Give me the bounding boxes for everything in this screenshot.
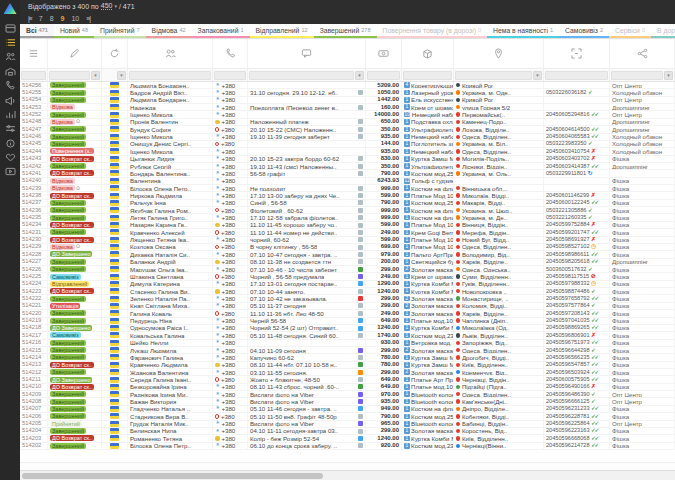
- filter-source[interactable]: ▼: [610, 69, 675, 81]
- table-row[interactable]: 514237ЗавершенийРальчук Інна*+380Синій ,…: [20, 200, 675, 207]
- table-row[interactable]: 514224ВідправленийДимула Катерина*+38017…: [20, 281, 675, 288]
- table-row[interactable]: 514212ЗавершенийЖданова Валентина*+38003…: [20, 369, 675, 376]
- table-row[interactable]: 514236ЗавершенийЯкубчак Галина Ром..+380…: [20, 207, 675, 214]
- table-row[interactable]: 514245ЗавершенийОнищук Денис Сергі..+380…: [20, 141, 675, 148]
- table-row[interactable]: 514219ЗавершенийПедурець Ніна*+380Черній…: [20, 318, 675, 325]
- table-row[interactable]: 514210ДО Возврат ск..Безкоровайна Ірина*…: [20, 384, 675, 391]
- column-source[interactable]: [610, 39, 675, 68]
- table-row[interactable]: 514253ВідмоваНадежда*+380Предоплата (Пер…: [20, 104, 675, 111]
- table-row[interactable]: 514240ВідмоваВалентина*+3806243.9312Голь…: [20, 178, 675, 185]
- table-row[interactable]: 514226ЗавершенийМарущак Ольга Іва..*+380…: [20, 266, 675, 273]
- table-row[interactable]: 514216ЗавершенийШейко Нелли*+380930.001В…: [20, 340, 675, 347]
- message-icon[interactable]: [358, 237, 363, 242]
- page-button[interactable]: 9: [61, 15, 65, 22]
- message-icon[interactable]: [358, 414, 363, 419]
- chevron-down-icon[interactable]: ▼: [117, 71, 126, 80]
- message-icon[interactable]: [358, 443, 363, 448]
- message-icon[interactable]: [358, 296, 363, 301]
- filter-status[interactable]: ▼: [48, 69, 102, 81]
- filter-phone[interactable]: [213, 69, 248, 81]
- filter-restore[interactable]: ▼: [102, 69, 128, 81]
- column-payment[interactable]: [366, 39, 402, 68]
- message-icon[interactable]: [358, 252, 363, 257]
- calls-icon[interactable]: [4, 81, 16, 91]
- table-row[interactable]: 514239Відмова⊙Білоока Олена Петр..*+380Н…: [20, 185, 675, 192]
- message-icon[interactable]: [358, 274, 363, 279]
- message-icon[interactable]: [358, 355, 363, 360]
- table-row[interactable]: 514229Відмова⊙Козлова Оксана+380В чорну …: [20, 244, 675, 251]
- table-row[interactable]: 514221УтилізаціяКнап Світлана Миха..*+38…: [20, 303, 675, 310]
- tab-Запакований[interactable]: Запакований1: [192, 24, 250, 38]
- message-icon[interactable]: [358, 318, 363, 323]
- table-row[interactable]: 514213ДО Возврат ск..Кравченко Людмила+3…: [20, 362, 675, 369]
- table-row[interactable]: 514241ДО Возврат ск..Бондарь Валентина..…: [20, 170, 675, 177]
- customers-icon[interactable]: [4, 52, 16, 62]
- scrollbar-thumb[interactable]: [22, 473, 323, 479]
- table-row[interactable]: 514234ДО Возврат ск..Назарян Карина Гв..…: [20, 222, 675, 229]
- message-icon[interactable]: [358, 171, 363, 176]
- message-icon[interactable]: [358, 164, 363, 169]
- message-icon[interactable]: [358, 377, 363, 382]
- filter-customer[interactable]: [128, 69, 213, 81]
- table-row[interactable]: 514252ЗавершенийІщенко Микола*+38014000.…: [20, 111, 675, 118]
- table-row[interactable]: 514202ЗавершенийБілоока Олена Петр..*+38…: [20, 443, 675, 450]
- chevron-down-icon[interactable]: ▼: [91, 71, 100, 80]
- message-icon[interactable]: [358, 429, 363, 434]
- message-icon[interactable]: [358, 230, 363, 235]
- message-icon[interactable]: [358, 348, 363, 353]
- message-icon[interactable]: [358, 134, 363, 139]
- column-delivery-address[interactable]: [454, 39, 544, 68]
- table-row[interactable]: 514211ДО ЗавершеноСереда Галина Івані..+…: [20, 376, 675, 383]
- video-tutorials-icon[interactable]: [4, 167, 16, 177]
- filter-product[interactable]: [402, 69, 454, 81]
- tab-В дорозі додому[interactable]: В дорозі додому0: [651, 24, 675, 38]
- message-icon[interactable]: [358, 392, 363, 397]
- table-row[interactable]: 514208ЗавершенийБажан Виктория*+380Висла…: [20, 398, 675, 405]
- table-row[interactable]: 514248Відмова⊙Пронів Валентин+380Наложен…: [20, 119, 675, 126]
- table-row[interactable]: 514255ЗавершенийБадров Андрій Вікт..*+38…: [20, 89, 675, 96]
- marketing-icon[interactable]: [4, 95, 16, 105]
- chevron-down-icon[interactable]: ▼: [355, 71, 364, 80]
- table-row[interactable]: 514244Повернення (з..Іщенко Микола*+3809…: [20, 148, 675, 155]
- message-icon[interactable]: [358, 311, 363, 316]
- page-button[interactable]: 8: [50, 15, 54, 22]
- message-icon[interactable]: [358, 119, 363, 124]
- tab-Повернення товару (в дорозі)[interactable]: Повернення товару (в дорозі)0: [377, 24, 488, 38]
- table-row[interactable]: 514218ДО ЗавершеноОдносумова Раіса І..*+…: [20, 325, 675, 332]
- table-row[interactable]: 514227ЗавершенийБаланюк Андрій+38008.10 …: [20, 259, 675, 266]
- table-row[interactable]: 514242ЗавершенийРублюк Сергій*+38019.10 …: [20, 163, 675, 170]
- message-icon[interactable]: [358, 267, 363, 272]
- message-icon[interactable]: [358, 156, 363, 161]
- message-icon[interactable]: [358, 208, 363, 213]
- tab-Сервіси[interactable]: Сервіси0: [609, 24, 651, 38]
- table-row[interactable]: 514256ЗавершенийЛюдмила Бондарен..*+3805…: [20, 82, 675, 89]
- table-row[interactable]: 514238ДО Возврат ск..Ниркова Людмила*+38…: [20, 192, 675, 199]
- message-icon[interactable]: [358, 436, 363, 441]
- tab-Прийнятий[interactable]: Прийнятий7: [94, 24, 146, 38]
- table-row[interactable]: 514207ЗавершенийГладченко Наталья ..*+38…: [20, 406, 675, 413]
- table-row[interactable]: 514220ЗавершенийГалина Коваль+38011.10 1…: [20, 310, 675, 317]
- orders-list-icon[interactable]: [4, 38, 16, 48]
- warehouse-icon[interactable]: [4, 66, 16, 76]
- tab-Самовивіз[interactable]: Самовивіз2: [559, 24, 609, 38]
- message-icon[interactable]: [358, 186, 363, 191]
- message-icon[interactable]: [358, 326, 363, 331]
- message-icon[interactable]: [358, 399, 363, 404]
- message-icon[interactable]: [358, 303, 363, 308]
- table-row[interactable]: 514247ЗавершенийБундук София+38020.10 15…: [20, 126, 675, 133]
- filter-order-id[interactable]: [20, 69, 48, 81]
- table-row[interactable]: 514203ДО Возврат ск..Романенко Тетяна+38…: [20, 435, 675, 442]
- info-icon[interactable]: [4, 138, 16, 148]
- table-row[interactable]: 514243ДО Возврат ск..Цыганюк Лидия*+3802…: [20, 156, 675, 163]
- message-icon[interactable]: [358, 245, 363, 250]
- table-row[interactable]: 514206ЗавершенийСтадникова Вера В..+3800…: [20, 413, 675, 420]
- message-icon[interactable]: [358, 193, 363, 198]
- last-page-button[interactable]: »|: [86, 15, 90, 22]
- column-phone[interactable]: [213, 39, 248, 68]
- filter-tracking[interactable]: [544, 69, 610, 81]
- table-row[interactable]: 514222ЗавершенийЗеленко Наталія Па..*+38…: [20, 295, 675, 302]
- table-row[interactable]: 514230ДО Возврат ск..Лященко Тетяна Іва.…: [20, 237, 675, 244]
- message-icon[interactable]: [358, 127, 363, 132]
- table-row[interactable]: 514209ЗавершенийРаднікова Ірина Ми..*+38…: [20, 391, 675, 398]
- table-row[interactable]: 514205ПрийнятийГрудок Наталія Мик..*+380…: [20, 421, 675, 428]
